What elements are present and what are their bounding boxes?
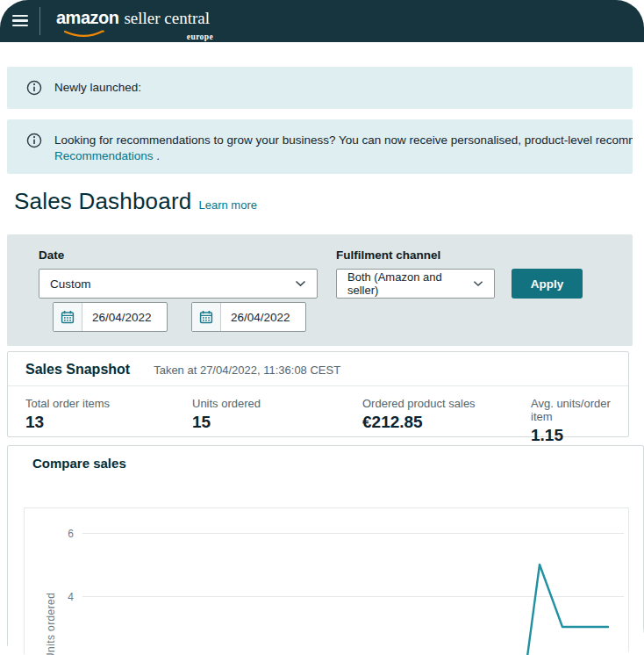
- chart-line: [524, 565, 608, 655]
- amazon-seller-central-logo[interactable]: amazonseller central europe: [56, 8, 210, 28]
- stat-avg-units-per-order: Avg. units/order item 1.15: [531, 397, 628, 445]
- link-suffix: .: [154, 149, 161, 162]
- chevron-down-icon: [295, 280, 306, 287]
- page-title-row: Sales Dashboard Learn more: [14, 188, 257, 215]
- end-date-input[interactable]: 26/04/2022: [191, 302, 306, 332]
- date-range-value: Custom: [50, 277, 91, 291]
- logo-seller-central-text: seller central: [124, 9, 210, 27]
- calendar-icon: [192, 303, 221, 331]
- date-range-select[interactable]: Custom: [39, 269, 318, 299]
- logo-region-text: europe: [187, 32, 213, 41]
- stat-label: Units ordered: [192, 397, 261, 410]
- amazon-smile-icon: [63, 26, 105, 42]
- fulfilment-channel-value: Both (Amazon and seller): [347, 270, 473, 297]
- seller-central-page: amazonseller central europe Newly launch…: [0, 0, 644, 655]
- top-nav-bar: amazonseller central europe: [0, 0, 644, 42]
- stat-units-ordered: Units ordered 15: [192, 397, 261, 432]
- stat-ordered-product-sales: Ordered product sales €212.85: [362, 397, 476, 432]
- stat-label: Ordered product sales: [362, 397, 476, 410]
- recommendations-message: Looking for recommendations to grow your…: [54, 133, 633, 147]
- page-title: Sales Dashboard: [14, 188, 191, 215]
- banner-text: Looking for recommendations to grow your…: [54, 133, 633, 164]
- stat-label: Total order items: [25, 397, 110, 410]
- start-date-value: 26/04/2022: [82, 303, 152, 331]
- stat-value: 1.15: [531, 426, 628, 445]
- sales-snapshot-card: Sales Snapshot Taken at 27/04/2022, 11:3…: [7, 351, 629, 437]
- fulfilment-channel-label: Fulfilment channel: [336, 248, 440, 262]
- stat-value: 15: [192, 413, 261, 432]
- calendar-icon: [54, 303, 82, 331]
- fulfilment-channel-select[interactable]: Both (Amazon and seller): [336, 269, 495, 299]
- apply-button[interactable]: Apply: [512, 269, 583, 299]
- learn-more-link[interactable]: Learn more: [198, 198, 256, 212]
- logo-amazon-text: amazon: [56, 8, 118, 27]
- recommendations-banner: Looking for recommendations to grow your…: [7, 119, 633, 174]
- date-label: Date: [39, 248, 64, 262]
- recommendations-link[interactable]: Recommendations: [54, 149, 154, 162]
- hamburger-menu-icon[interactable]: [12, 15, 28, 27]
- banner-text: Newly launched:: [54, 80, 141, 96]
- newly-launched-banner: Newly launched:: [7, 67, 633, 109]
- units-ordered-line-chart: [24, 507, 629, 655]
- sales-snapshot-title: Sales Snapshot: [25, 362, 130, 378]
- compare-sales-title: Compare sales: [32, 456, 126, 471]
- filter-panel: Date Custom Fulfilment channel Both (Ama…: [7, 234, 633, 346]
- stat-total-order-items: Total order items 13: [25, 397, 110, 432]
- stat-label: Avg. units/order item: [531, 397, 628, 423]
- info-icon: [26, 133, 42, 152]
- sales-snapshot-header: Sales Snapshot Taken at 27/04/2022, 11:3…: [8, 352, 628, 386]
- stat-value: €212.85: [362, 413, 476, 432]
- start-date-input[interactable]: 26/04/2022: [53, 302, 168, 332]
- end-date-value: 26/04/2022: [221, 303, 290, 331]
- info-icon: [26, 80, 42, 99]
- stat-value: 13: [25, 413, 110, 432]
- header-divider: [39, 7, 40, 35]
- chevron-down-icon: [473, 280, 483, 287]
- snapshot-timestamp: Taken at 27/04/2022, 11:36:08 CEST: [154, 363, 340, 377]
